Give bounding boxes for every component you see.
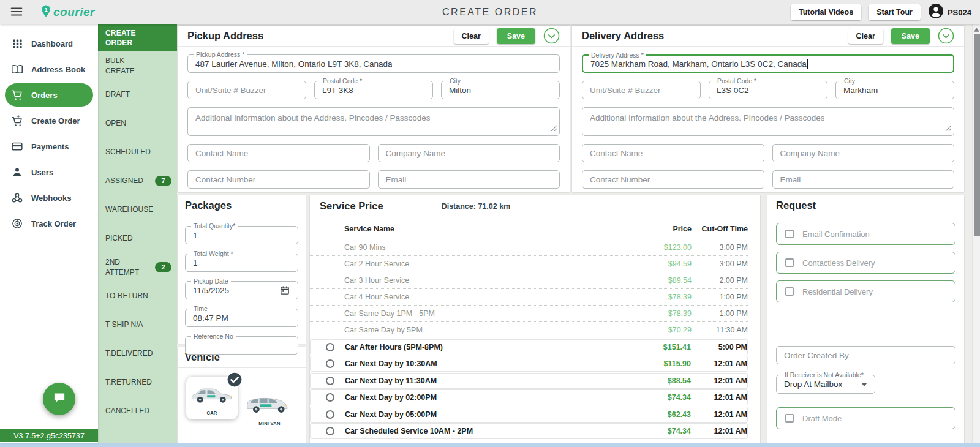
field-placeholder: Additional Information about the Address… [590, 113, 824, 122]
resize-handle-icon[interactable] [945, 123, 952, 134]
subnav-item[interactable]: CREATE ORDER [98, 24, 177, 51]
service-cutoff-time: 12:01 AM [691, 377, 747, 385]
radio-button[interactable] [326, 427, 334, 435]
sidebar-item[interactable]: Create Order [5, 109, 93, 132]
pickup-contact-number-field[interactable]: Contact Number [187, 170, 370, 189]
delivery-additional-info-field[interactable]: Additional Information about the Address… [582, 107, 954, 136]
request-checkbox[interactable]: Email Confirmation [776, 223, 956, 245]
delivery-city-field[interactable]: City Markham [835, 81, 954, 99]
subnav-item[interactable]: DRAFT [98, 80, 177, 109]
sidebar-item[interactable]: Track Order [5, 212, 93, 235]
radio-button[interactable] [326, 343, 334, 351]
pickup-contact-name-field[interactable]: Contact Name [187, 144, 370, 162]
pickup-date-field[interactable]: Pickup Date 11/5/2025 [185, 281, 298, 299]
pickup-clear-button[interactable]: Clear [454, 28, 489, 44]
request-checkbox[interactable]: Contactless Delivery [776, 252, 956, 274]
service-row[interactable]: Car 2 Hour Service $94.59 3:00 PM [310, 255, 748, 272]
pickup-postal-field[interactable]: Postal Code * L9T 3K8 [314, 81, 433, 99]
pickup-collapse-button[interactable] [543, 28, 560, 44]
delivery-postal-field[interactable]: Postal Code * L3S 0C2 [709, 81, 827, 99]
delivery-company-name-field[interactable]: Company Name [772, 144, 955, 162]
pickup-time-field[interactable]: Time 08:47 PM [185, 309, 298, 327]
sidebar-item[interactable]: Address Book [5, 58, 93, 81]
vertical-scrollbar[interactable] [972, 24, 980, 443]
delivery-collapse-button[interactable] [938, 28, 954, 44]
total-quantity-field[interactable]: Total Quantity* 1 [185, 226, 298, 244]
scroll-up-icon[interactable] [973, 26, 980, 33]
delivery-unit-field[interactable]: Unit/Suite # Buzzer [582, 81, 701, 99]
pickup-city-field[interactable]: City Milton [441, 81, 560, 99]
delivery-address-field[interactable]: Delivery Address * 7025 Markham Road, Ma… [582, 54, 954, 73]
service-row[interactable]: Car Next Day by 02:00PM $74.34 12:01 AM [310, 389, 748, 405]
col-price: Price [643, 225, 692, 233]
user-menu[interactable]: PS024 [928, 3, 971, 21]
service-row[interactable]: Car 3 Hour Service $89.54 2:00 PM [310, 272, 748, 288]
radio-button[interactable] [326, 377, 334, 385]
sidebar-item-label: Address Book [31, 65, 85, 74]
subnav-item[interactable]: T SHIP N/A [98, 310, 177, 339]
subnav-item[interactable]: TO RETURN [98, 282, 177, 310]
service-row[interactable]: Car Next Day by 11:30AM $88.54 12:01 AM [310, 373, 748, 389]
pickup-address-title: Pickup Address [187, 30, 263, 42]
sidebar-item[interactable]: Users [5, 160, 93, 184]
subnav-item[interactable]: WAREHOUSE [98, 195, 177, 224]
service-row[interactable]: Car Next Day by 05:00PM $62.43 12:01 AM [310, 407, 748, 423]
resize-handle-icon[interactable] [551, 123, 557, 134]
vehicle-option[interactable]: CAR [186, 377, 238, 419]
delivery-contact-name-field[interactable]: Contact Name [582, 144, 764, 162]
pickup-additional-info-field[interactable]: Additional Information about the Address… [187, 107, 560, 136]
scrollbar-thumb[interactable] [974, 34, 980, 236]
calendar-icon[interactable] [279, 285, 290, 296]
delivery-clear-button[interactable]: Clear [848, 28, 883, 44]
payments-icon [11, 140, 23, 152]
radio-button[interactable] [326, 410, 334, 419]
sidebar-item[interactable]: Orders [5, 83, 93, 107]
sidebar-item[interactable]: Webhooks [5, 186, 93, 209]
chat-button[interactable] [43, 383, 75, 415]
request-checkbox[interactable]: Residential Delivery [776, 280, 956, 302]
reference-no-field[interactable]: Reference No [185, 336, 298, 355]
checkbox-icon[interactable] [785, 414, 794, 423]
pickup-email-field[interactable]: Email [378, 170, 560, 189]
service-row[interactable]: Car Scheduled Service 10AM - 2PM $74.34 … [310, 423, 748, 439]
service-row[interactable]: Car Same Day 1PM - 5PM $78.39 1:00 PM [310, 305, 748, 321]
pickup-unit-field[interactable]: Unit/Suite # Buzzer [187, 81, 306, 99]
subnav-item[interactable]: 2ND ATTEMPT 2 [98, 253, 177, 282]
receiver-not-available-select[interactable]: If Receiver is Not Available* Drop At Ma… [776, 375, 875, 394]
radio-button[interactable] [326, 359, 334, 368]
field-value: Drop At Mailbox [784, 380, 842, 389]
checkbox-icon[interactable] [785, 230, 794, 238]
service-row[interactable]: Car Next Day by 10:30AM $115.90 12:01 AM [310, 356, 748, 372]
delivery-save-button[interactable]: Save [891, 28, 930, 44]
subnav-item[interactable]: SCHEDULED [98, 138, 177, 167]
subnav-item[interactable]: CANCELLED [98, 397, 177, 426]
service-row[interactable]: Car 4 Hour Service $78.39 1:00 PM [310, 288, 748, 305]
order-created-by-field[interactable]: Order Created By [776, 346, 956, 364]
pickup-address-field[interactable]: Pickup Address * 487 Laurier Avenue, Mil… [187, 54, 560, 73]
subnav-item[interactable]: ASSIGNED 7 [98, 167, 177, 195]
tutorial-videos-button[interactable]: Tutorial Videos [791, 4, 861, 20]
subnav-item[interactable]: OPEN [98, 109, 177, 138]
start-tour-button[interactable]: Start Tour [869, 4, 921, 20]
subnav-item[interactable]: T.DELIVERED [98, 339, 177, 368]
subnav-item[interactable]: T.RETURNED [98, 368, 177, 397]
vehicle-option[interactable]: MINI VAN [244, 377, 295, 426]
checkbox-icon[interactable] [785, 287, 794, 296]
service-row[interactable]: Car 90 Mins $123.00 3:00 PM [310, 239, 748, 255]
field-label: If Receiver is Not Available* [782, 371, 866, 378]
draft-mode-checkbox[interactable]: Draft Mode [776, 407, 956, 429]
service-row[interactable]: Car Same Day by 5PM $70.29 11:30 AM [310, 321, 748, 338]
radio-button[interactable] [326, 393, 334, 402]
subnav-item[interactable]: BULK CREATE [98, 51, 177, 80]
sidebar-item[interactable]: Payments [5, 135, 93, 158]
sidebar-item[interactable]: Dashboard [5, 32, 93, 55]
pickup-company-name-field[interactable]: Company Name [378, 144, 560, 162]
delivery-contact-number-field[interactable]: Contact Number [582, 170, 764, 189]
delivery-email-field[interactable]: Email [772, 170, 955, 189]
total-weight-field[interactable]: Total Weight * 1 [185, 254, 298, 272]
checkbox-icon[interactable] [785, 258, 794, 267]
subnav-item[interactable]: PICKED [98, 224, 177, 253]
menu-icon[interactable] [9, 4, 24, 20]
service-row[interactable]: Car After Hours (5PM-8PM) $151.41 5:00 P… [310, 339, 748, 355]
pickup-save-button[interactable]: Save [497, 28, 535, 44]
